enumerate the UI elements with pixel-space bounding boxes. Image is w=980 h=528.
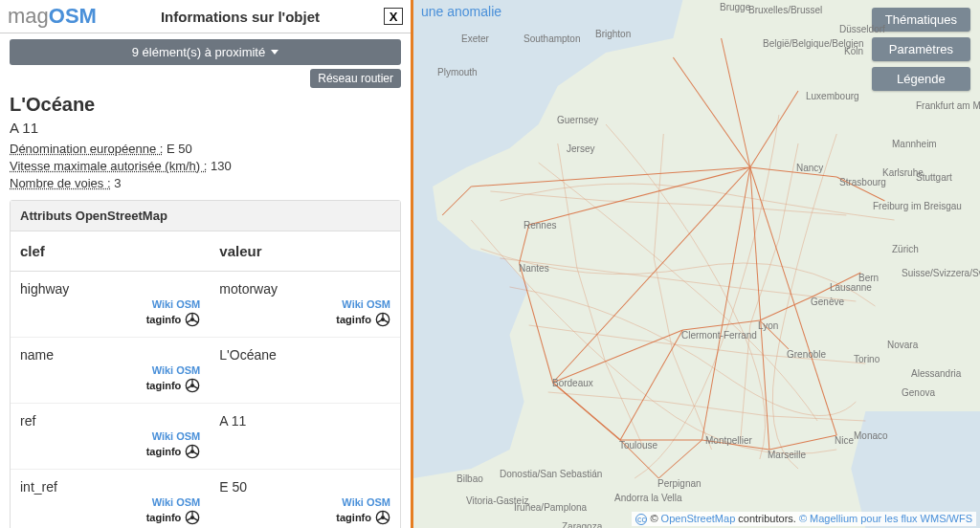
legend-button[interactable]: Légende: [872, 67, 970, 91]
city-label: Southampton: [523, 33, 581, 44]
city-label: Montpellier: [705, 435, 752, 446]
city-label: Nice: [835, 435, 854, 446]
city-label: Toulouse: [619, 440, 657, 451]
table-row: highwayWiki OSMtaginfomotorwayWiki OSMta…: [11, 272, 400, 338]
themes-button[interactable]: Thématiques: [872, 8, 970, 32]
attr-value: 130: [211, 159, 232, 173]
attr-label: Vitesse maximale autorisée (km/h) :: [10, 159, 207, 173]
proximity-dropdown[interactable]: 9 élément(s) à proximité: [10, 39, 401, 65]
city-label: Exeter: [461, 33, 489, 44]
svg-line-19: [194, 452, 199, 455]
city-label: Nantes: [519, 263, 549, 274]
panel-title: Informations sur l'objet: [97, 9, 384, 25]
category-tag: Réseau routier: [310, 69, 401, 88]
osm-attribution-link[interactable]: OpenStreetMap: [661, 513, 736, 524]
attr-label: Nombre de voies :: [10, 176, 111, 190]
city-label: Düsseldorf: [839, 24, 885, 34]
object-attributes: Dénomination européenne : E 50Vitesse ma…: [10, 142, 401, 190]
city-label: Torino: [854, 354, 880, 364]
object-ref: A 11: [10, 120, 401, 136]
taginfo-link[interactable]: taginfo: [146, 512, 182, 523]
city-label: Bordeaux: [552, 378, 593, 388]
osm-table: clef valeur highwayWiki OSMtaginfomotorw…: [11, 231, 400, 528]
col-header-value: valeur: [210, 231, 400, 272]
value-cell: E 50Wiki OSMtaginfo: [210, 470, 400, 529]
panel-content[interactable]: L'Océane A 11 Dénomination européenne : …: [0, 88, 411, 528]
magellium-link[interactable]: © Magellium pour les flux WMS/WFS: [799, 513, 972, 524]
svg-line-28: [377, 518, 382, 521]
wiki-osm-link[interactable]: Wiki OSM: [152, 298, 201, 310]
object-name: L'Océane: [10, 94, 401, 116]
osm-section-title: Attributs OpenStreetMap: [11, 201, 400, 231]
taginfo-link[interactable]: taginfo: [336, 512, 371, 523]
steering-wheel-icon: [375, 510, 390, 525]
city-label: Genève: [811, 297, 844, 307]
anomaly-link[interactable]: une anomalie: [421, 4, 501, 19]
svg-line-3: [187, 320, 191, 323]
panel-header: magOSM Informations sur l'objet X: [0, 0, 411, 33]
attribution-text: contributors.: [735, 513, 799, 524]
cc-icon: cc: [635, 514, 647, 525]
key-cell: nameWiki OSMtaginfo: [11, 338, 210, 404]
city-label: Alessandria: [911, 368, 961, 379]
city-label: Zürich: [892, 244, 919, 254]
city-label: Bilbao: [457, 473, 483, 484]
osm-value: L'Océane: [219, 347, 390, 363]
wiki-osm-link[interactable]: Wiki OSM: [342, 496, 390, 508]
value-cell: L'Océane: [210, 338, 400, 404]
wiki-osm-link[interactable]: Wiki OSM: [342, 298, 390, 310]
wiki-osm-link[interactable]: Wiki OSM: [152, 364, 201, 376]
wiki-osm-link[interactable]: Wiki OSM: [152, 430, 201, 442]
proximity-label: 9 élément(s) à proximité: [132, 45, 265, 59]
svg-line-18: [187, 452, 191, 455]
city-label: Perpignan: [657, 478, 702, 489]
city-label: Lyon: [758, 320, 778, 331]
city-label: Strasbourg: [839, 177, 886, 187]
steering-wheel-icon: [185, 378, 200, 393]
taginfo-link[interactable]: taginfo: [146, 314, 182, 325]
city-label: Iruñea/Pamplona: [514, 502, 587, 513]
city-label: Bruxelles/Brussel: [748, 5, 822, 15]
attr-label: Dénomination européenne :: [10, 142, 163, 156]
osm-key: int_ref: [20, 479, 200, 495]
attribute-line: Vitesse maximale autorisée (km/h) : 130: [10, 159, 401, 173]
logo-prefix: mag: [8, 4, 49, 28]
svg-line-14: [194, 386, 199, 389]
city-label: België/Belgique/Belgien: [763, 38, 864, 49]
svg-line-8: [377, 320, 382, 323]
caret-down-icon: [271, 50, 278, 55]
params-button[interactable]: Paramètres: [872, 37, 970, 61]
city-label: Guernsey: [557, 115, 598, 125]
close-button[interactable]: X: [384, 8, 403, 25]
city-label: Plymouth: [437, 67, 478, 77]
city-label: Andorra la Vella: [614, 493, 682, 503]
svg-line-4: [194, 320, 199, 323]
osm-value: E 50: [219, 479, 390, 495]
steering-wheel-icon: [185, 510, 200, 525]
svg-line-23: [187, 518, 191, 521]
attribute-line: Dénomination européenne : E 50: [10, 142, 401, 156]
city-label: Stuttgart: [916, 172, 952, 183]
osm-value: A 11: [219, 413, 390, 429]
app-logo: magOSM: [8, 4, 97, 29]
osm-value: motorway: [219, 281, 390, 297]
city-label: Nancy: [796, 163, 823, 173]
wiki-osm-link[interactable]: Wiki OSM: [152, 496, 201, 508]
taginfo-link[interactable]: taginfo: [146, 446, 182, 457]
taginfo-link[interactable]: taginfo: [146, 380, 182, 391]
taginfo-link[interactable]: taginfo: [336, 314, 371, 325]
svg-line-13: [187, 386, 191, 389]
city-label: Frankfurt am Main: [916, 100, 980, 111]
svg-line-9: [384, 320, 389, 323]
city-label: Mannheim: [892, 139, 937, 149]
city-label: Suisse/Svizzera/Svizra: [902, 268, 980, 278]
osm-key: name: [20, 347, 200, 363]
city-label: Freiburg im Breisgau: [873, 201, 962, 211]
city-label: Novara: [887, 340, 918, 350]
map[interactable]: une anomalie Thématiques Paramètres Lége…: [413, 0, 980, 528]
city-label: Rennes: [523, 220, 556, 231]
city-label: Monaco: [854, 430, 888, 441]
city-label: Luxembourg: [806, 91, 859, 101]
osm-key: highway: [20, 281, 200, 297]
logo-suffix: OSM: [49, 4, 97, 28]
